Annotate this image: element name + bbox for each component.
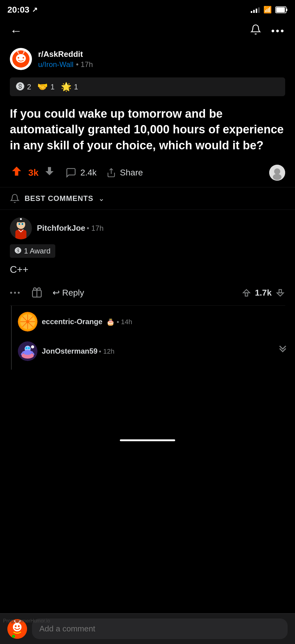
- notification-button[interactable]: [250, 24, 261, 38]
- reply-label: Reply: [62, 288, 84, 298]
- post-time: • 17h: [76, 60, 93, 69]
- sub-comment-time-2: • 12h: [99, 348, 115, 355]
- home-indicator: [120, 439, 175, 441]
- comment-award-badge: 🅢 1 Award: [10, 244, 55, 258]
- location-icon: ↗: [32, 6, 37, 14]
- battery-icon: [275, 6, 288, 13]
- sub-comment-jonosterman: JonOsterman59 • 12h: [12, 335, 295, 370]
- svg-rect-33: [279, 289, 281, 293]
- status-bar: 20:03 ↗ 📶: [0, 0, 295, 18]
- more-options-button[interactable]: •••: [271, 25, 285, 37]
- comment-section[interactable]: 2.4k: [65, 167, 96, 178]
- award-emoji-3: 🌟: [61, 82, 72, 92]
- svg-rect-32: [245, 293, 248, 296]
- share-icon: [106, 168, 116, 178]
- subreddit-name[interactable]: r/AskReddit: [38, 49, 93, 59]
- svg-point-53: [15, 625, 17, 627]
- sub-comment-avatar-eccentric[interactable]: [18, 312, 37, 332]
- award-badge-icon: 🅢: [15, 247, 22, 255]
- vote-count: 3k: [28, 167, 38, 178]
- comment-icon: [65, 167, 77, 178]
- comment-input-bar: [0, 613, 295, 644]
- comment-downvote-icon[interactable]: [275, 288, 285, 298]
- subreddit-avatar[interactable]: ?: [10, 48, 32, 70]
- sub-comment-header-2: JonOsterman59 • 12h: [18, 341, 289, 361]
- post-header: ? r/AskReddit u/Iron-Wall • 17h: [0, 43, 295, 75]
- award-item-1: 🅢 2: [16, 82, 31, 92]
- svg-point-47: [23, 350, 32, 355]
- downvote-button[interactable]: [43, 165, 56, 180]
- sub-comment-meta-1: eccentric-Orange 🎂 • 14h: [42, 317, 132, 326]
- back-button[interactable]: ←: [10, 24, 22, 38]
- svg-rect-1: [286, 9, 287, 11]
- reply-button[interactable]: ↩ Reply: [53, 288, 84, 298]
- sub-comment-meta-2: JonOsterman59 • 12h: [42, 347, 114, 355]
- award-item-2: 🤝 1: [37, 82, 54, 92]
- upvote-button[interactable]: [10, 164, 23, 181]
- svg-point-50: [31, 345, 34, 348]
- comment-time: • 17h: [87, 224, 104, 232]
- collapse-button[interactable]: [277, 341, 289, 356]
- svg-point-29: [22, 223, 23, 224]
- award-count-1: 2: [27, 83, 31, 91]
- comments-sort[interactable]: BEST COMMENTS ⌄: [0, 187, 295, 210]
- comment-avatar-pitchforkjoe[interactable]: [10, 217, 32, 239]
- svg-point-20: [273, 174, 281, 180]
- signal-icon: [251, 7, 260, 13]
- svg-point-11: [17, 51, 18, 53]
- svg-rect-15: [15, 171, 18, 176]
- post-meta: r/AskReddit u/Iron-Wall • 17h: [38, 49, 93, 69]
- comment-input-field[interactable]: [32, 618, 288, 639]
- poster-avatar-small[interactable]: [269, 165, 285, 181]
- award-badge-text: 1 Award: [24, 247, 50, 255]
- svg-point-19: [274, 168, 280, 175]
- sub-comment-eccentric: eccentric-Orange 🎂 • 14h: [12, 306, 295, 332]
- author-name[interactable]: u/Iron-Wall: [38, 60, 73, 69]
- svg-point-25: [20, 218, 22, 220]
- share-section[interactable]: Share: [106, 168, 143, 178]
- comment-gift-button[interactable]: [31, 286, 43, 299]
- svg-rect-2: [276, 7, 285, 12]
- time-display: 20:03: [7, 5, 30, 15]
- svg-point-46: [28, 347, 30, 349]
- svg-point-41: [26, 320, 29, 323]
- award-emoji-1: 🅢: [16, 82, 25, 92]
- post-title: If you could wake up tomorrow and be aut…: [0, 99, 295, 159]
- sub-comments-section: eccentric-Orange 🎂 • 14h: [11, 306, 295, 370]
- sub-comment-header-1: eccentric-Orange 🎂 • 14h: [18, 312, 289, 332]
- comment-actions: ••• ↩ Reply 1.7k: [10, 281, 285, 306]
- reply-icon: ↩: [53, 288, 60, 298]
- svg-point-13: [23, 51, 25, 53]
- sub-comment-username-1[interactable]: eccentric-Orange 🎂: [42, 317, 117, 326]
- comment-header: PitchforkJoe • 17h: [10, 217, 285, 239]
- sub-comment-time-1: • 14h: [117, 318, 132, 326]
- comment-count: 2.4k: [80, 168, 96, 178]
- svg-rect-16: [48, 167, 51, 171]
- status-icons: 📶: [251, 6, 288, 14]
- share-label: Share: [120, 168, 143, 178]
- svg-point-54: [18, 625, 20, 627]
- comment-username[interactable]: PitchforkJoe: [37, 223, 85, 233]
- comment-votes: 1.7k: [242, 288, 285, 298]
- svg-point-8: [18, 57, 19, 59]
- status-time: 20:03 ↗: [7, 5, 37, 15]
- sub-comment-avatar-jonosterman[interactable]: [18, 341, 37, 361]
- comment-body: C++: [10, 263, 285, 277]
- award-count-3: 1: [74, 83, 78, 91]
- svg-point-59: [12, 635, 15, 638]
- comment-more-button[interactable]: •••: [10, 289, 21, 297]
- svg-text:?: ?: [20, 62, 22, 66]
- post-author-time: u/Iron-Wall • 17h: [38, 60, 93, 69]
- award-item-3: 🌟 1: [61, 82, 78, 92]
- nav-right-icons: •••: [250, 24, 285, 38]
- vote-section: 3k: [10, 164, 56, 181]
- award-emoji-2: 🤝: [37, 82, 48, 92]
- nav-bar: ← •••: [0, 18, 295, 43]
- bottom-bar: [0, 431, 295, 450]
- sub-comment-username-2[interactable]: JonOsterman59: [42, 347, 97, 355]
- award-count-2: 1: [50, 83, 54, 91]
- comment-upvote-icon[interactable]: [242, 288, 251, 298]
- awards-bar: 🅢 2 🤝 1 🌟 1: [10, 77, 285, 96]
- wifi-icon: 📶: [263, 6, 272, 14]
- svg-point-28: [19, 223, 20, 224]
